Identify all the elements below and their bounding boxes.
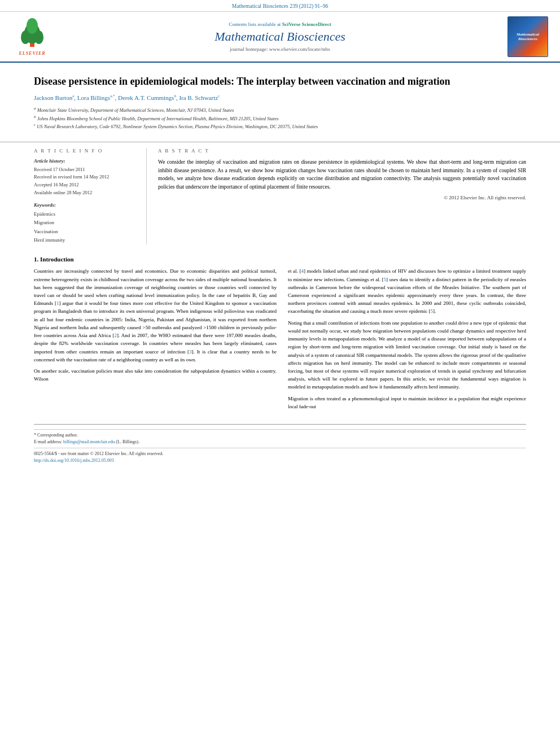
keyword-epidemics: Epidemics bbox=[34, 210, 138, 219]
mb-logo-section: MathematicalBiosciences bbox=[502, 16, 553, 57]
article-info-col: A R T I C L E I N F O Article history: R… bbox=[34, 148, 147, 245]
revised-date: Received in revised form 14 May 2012 bbox=[34, 173, 138, 181]
available-date: Available online 28 May 2012 bbox=[34, 189, 138, 197]
keywords-label: Keywords: bbox=[34, 202, 138, 208]
article-title-section: Disease persistence in epidemiological m… bbox=[0, 63, 560, 136]
keyword-migration: Migration bbox=[34, 219, 138, 227]
doi-footer: http://dx.doi.org/10.1016/j.mbs.2012.05.… bbox=[34, 457, 526, 464]
intro-heading: 1. Introduction bbox=[34, 256, 277, 263]
doi-link: http://dx.doi.org/10.1016/j.mbs.2012.05.… bbox=[34, 458, 114, 463]
keyword-herd-immunity: Herd immunity bbox=[34, 236, 138, 244]
intro-left-text: Countries are increasingly connected by … bbox=[34, 267, 277, 383]
corresponding-author: * Corresponding author. bbox=[34, 432, 526, 439]
mb-logo-text: MathematicalBiosciences bbox=[517, 32, 539, 42]
intro-para-4: Noting that a small contribution of infe… bbox=[288, 319, 526, 391]
affiliation-a: a Montclair State University, Department… bbox=[34, 106, 526, 114]
svg-point-4 bbox=[27, 18, 38, 34]
footnote-divider bbox=[34, 429, 526, 430]
elsevier-wordmark: ELSEVIER bbox=[19, 51, 45, 56]
elsevier-logo-section: ELSEVIER bbox=[7, 18, 58, 56]
intro-para-2: On another scale, vaccination policies m… bbox=[34, 367, 277, 383]
keywords-section: Keywords: Epidemics Migration Vaccinatio… bbox=[34, 202, 138, 244]
body-left-col: 1. Introduction Countries are increasing… bbox=[34, 256, 277, 414]
article-title: Disease persistence in epidemiological m… bbox=[34, 75, 526, 88]
body-right-col: et al. [4] models linked urban and rural… bbox=[288, 256, 526, 414]
copyright-notice: © 2012 Elsevier Inc. All rights reserved… bbox=[158, 195, 526, 200]
journal-citation: Mathematical Biosciences 239 (2012) 91–9… bbox=[232, 3, 328, 9]
mb-logo-box: MathematicalBiosciences bbox=[508, 16, 548, 57]
journal-header: ELSEVIER Contents lists available at Sci… bbox=[0, 12, 560, 63]
article-history: Article history: Received 17 October 201… bbox=[34, 158, 138, 196]
journal-title: Mathematical Biosciences bbox=[63, 29, 497, 44]
abstract-text: We consider the interplay of vaccination… bbox=[158, 158, 526, 191]
bottom-divider bbox=[34, 448, 526, 448]
affiliations: a Montclair State University, Department… bbox=[34, 106, 526, 130]
email-address: billings@mail.montclair.edu bbox=[63, 439, 115, 444]
sciverse-link: Contents lists available at SciVerse Sci… bbox=[63, 21, 497, 27]
intro-para-5: Migration is often treated as a phenomen… bbox=[288, 395, 526, 410]
journal-header-center: Contents lists available at SciVerse Sci… bbox=[58, 21, 502, 52]
affiliation-b: b Johns Hopkins Bloomberg School of Publ… bbox=[34, 114, 526, 123]
footnote-section: * Corresponding author. E-mail address: … bbox=[34, 424, 526, 464]
info-abstract-section: A R T I C L E I N F O Article history: R… bbox=[0, 142, 560, 245]
authors-line: Jackson Burtona, Lora Billingsa,*, Derek… bbox=[34, 94, 526, 101]
email-suffix: (L. Billings). bbox=[116, 439, 139, 444]
journal-homepage: journal homepage: www.elsevier.com/locat… bbox=[63, 46, 497, 52]
abstract-heading: A B S T R A C T bbox=[158, 148, 526, 154]
received-date: Received 17 October 2011 bbox=[34, 166, 138, 174]
affiliation-c: c US Naval Research Laboratory, Code 679… bbox=[34, 122, 526, 130]
intro-para-3: et al. [4] models linked urban and rural… bbox=[288, 267, 526, 315]
main-body: 1. Introduction Countries are increasing… bbox=[0, 244, 560, 420]
article-info-heading: A R T I C L E I N F O bbox=[34, 148, 138, 154]
intro-right-text: et al. [4] models linked urban and rural… bbox=[288, 267, 526, 410]
svg-point-3 bbox=[34, 30, 43, 44]
elsevier-tree-icon bbox=[15, 18, 49, 49]
email-label: E-mail address: bbox=[34, 439, 62, 444]
abstract-col: A B S T R A C T We consider the interpla… bbox=[147, 148, 526, 245]
intro-para-1: Countries are increasingly connected by … bbox=[34, 267, 277, 364]
keyword-vaccination: Vaccination bbox=[34, 228, 138, 236]
accepted-date: Accepted 16 May 2012 bbox=[34, 181, 138, 189]
history-label: Article history: bbox=[34, 158, 138, 164]
email-line: E-mail address: billings@mail.montclair.… bbox=[34, 439, 526, 445]
top-bar: Mathematical Biosciences 239 (2012) 91–9… bbox=[0, 0, 560, 12]
svg-point-2 bbox=[21, 30, 30, 44]
corresponding-label: * Corresponding author. bbox=[34, 433, 78, 438]
copyright-footer: 0025-5564/$ - see front matter © 2012 El… bbox=[34, 451, 526, 457]
